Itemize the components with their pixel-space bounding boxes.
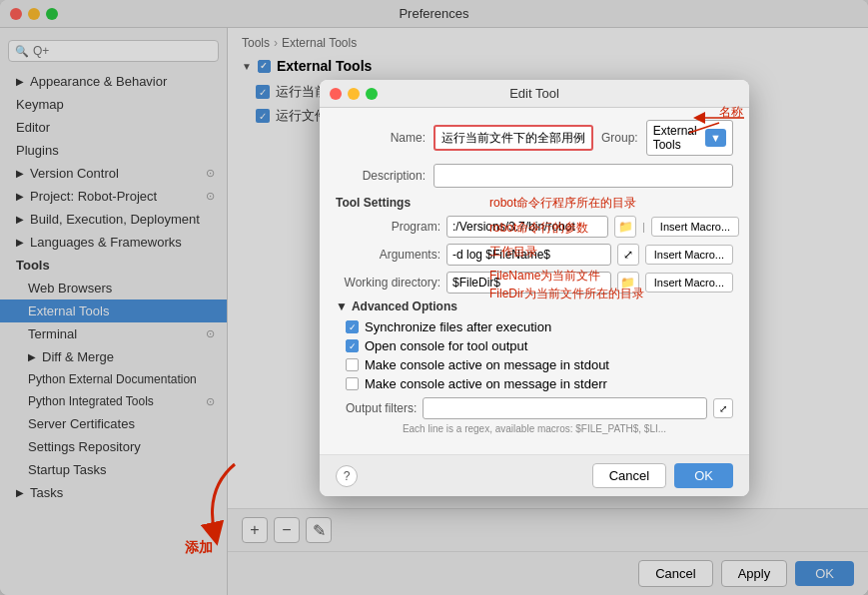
program-input[interactable] xyxy=(446,216,608,238)
description-row: Description: xyxy=(336,164,733,188)
working-dir-browse-folder[interactable]: 📁 xyxy=(617,272,639,294)
sync-files-label: Synchronize files after execution xyxy=(365,319,551,334)
modal-max-button[interactable] xyxy=(366,88,378,100)
arguments-input[interactable] xyxy=(446,244,611,266)
sync-files-checkbox[interactable] xyxy=(346,320,359,333)
active-stderr-row: Make console active on message in stderr xyxy=(336,376,733,391)
output-hint: Each line is a regex, available macros: … xyxy=(336,423,733,434)
active-stdout-row: Make console active on message in stdout xyxy=(336,357,733,372)
active-stdout-checkbox[interactable] xyxy=(346,358,359,371)
name-input[interactable] xyxy=(434,125,593,151)
group-label: Group: xyxy=(601,131,638,145)
edit-tool-modal: Edit Tool Name: Group: External Tools ▼ … xyxy=(320,80,749,496)
modal-cancel-button[interactable]: Cancel xyxy=(592,463,666,488)
modal-title: Edit Tool xyxy=(509,86,559,101)
output-filters-label: Output filters: xyxy=(346,401,417,415)
group-value: External Tools xyxy=(653,124,697,152)
arguments-label: Arguments: xyxy=(336,248,440,262)
program-row: Program: 📁 | Insert Macro... xyxy=(336,216,733,238)
open-console-row: Open console for tool output xyxy=(336,338,733,353)
arguments-row: Arguments: ⤢ Insert Macro... xyxy=(336,244,733,266)
modal-min-button[interactable] xyxy=(348,88,360,100)
program-label: Program: xyxy=(336,220,440,234)
modal-window-controls xyxy=(330,88,378,100)
active-stdout-label: Make console active on message in stdout xyxy=(365,357,609,372)
modal-close-button[interactable] xyxy=(330,88,342,100)
modal-actions: Cancel OK xyxy=(592,463,733,488)
output-filters-input[interactable] xyxy=(423,397,707,419)
modal-ok-button[interactable]: OK xyxy=(674,463,733,488)
group-select[interactable]: External Tools ▼ xyxy=(646,120,733,156)
sync-files-row: Synchronize files after execution xyxy=(336,319,733,334)
open-console-label: Open console for tool output xyxy=(365,338,527,353)
working-dir-input[interactable] xyxy=(446,272,611,294)
advanced-arrow: ▼ xyxy=(336,299,348,313)
output-filters-row: Output filters: ⤢ xyxy=(336,397,733,419)
insert-macro-workdir-button[interactable]: Insert Macro... xyxy=(645,273,733,293)
description-label: Description: xyxy=(336,169,426,183)
name-label: Name: xyxy=(336,131,426,145)
modal-body: Name: Group: External Tools ▼ Descriptio… xyxy=(320,108,749,454)
open-console-checkbox[interactable] xyxy=(346,339,359,352)
output-expand-button[interactable]: ⤢ xyxy=(713,398,733,418)
arguments-expand-btn[interactable]: ⤢ xyxy=(617,244,639,266)
modal-titlebar: Edit Tool xyxy=(320,80,749,108)
group-dropdown-arrow[interactable]: ▼ xyxy=(705,129,726,147)
insert-macro-program-button[interactable]: Insert Macro... xyxy=(651,217,739,237)
active-stderr-checkbox[interactable] xyxy=(346,377,359,390)
working-dir-label: Working directory: xyxy=(336,276,440,290)
tool-settings-label: Tool Settings xyxy=(336,196,733,210)
name-row: Name: Group: External Tools ▼ xyxy=(336,120,733,156)
modal-footer: ? Cancel OK xyxy=(320,454,749,496)
help-button[interactable]: ? xyxy=(336,465,358,487)
description-input[interactable] xyxy=(434,164,733,188)
advanced-toggle[interactable]: ▼ Advanced Options xyxy=(336,299,733,313)
advanced-section: ▼ Advanced Options Synchronize files aft… xyxy=(336,299,733,434)
active-stderr-label: Make console active on message in stderr xyxy=(365,376,607,391)
program-separator: | xyxy=(642,221,645,233)
insert-macro-arguments-button[interactable]: Insert Macro... xyxy=(645,245,733,265)
program-browse-folder[interactable]: 📁 xyxy=(614,216,636,238)
working-dir-row: Working directory: 📁 Insert Macro... xyxy=(336,272,733,294)
